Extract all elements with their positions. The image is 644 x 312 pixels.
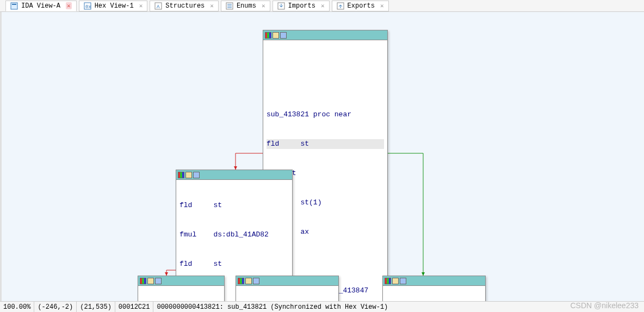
status-coord1: (-246,-2) [34, 302, 77, 312]
tab-icon [277, 2, 285, 10]
graph-canvas[interactable]: sub_413821 proc near fld st frndint fcom… [0, 12, 644, 301]
node-color-icon [385, 278, 391, 284]
tab-structures[interactable]: A Structures ✕ [150, 1, 219, 11]
watermark: CSDN @nikelee233 [571, 301, 639, 310]
node-color-icon [178, 172, 184, 178]
svg-text:A: A [157, 4, 160, 10]
svg-text:0x: 0x [85, 4, 91, 10]
node-collapse-icon [155, 278, 162, 284]
tab-label: Imports [288, 2, 315, 10]
asm-line: fld st [179, 201, 289, 210]
status-coord2: (21,535) [77, 302, 115, 312]
node-collapse-icon [280, 32, 287, 39]
asm-line: fld st [267, 139, 384, 149]
status-address: 0000000000413821: sub_413821 (Synchroniz… [153, 302, 391, 312]
status-zoom: 100.00% [0, 302, 34, 312]
tab-icon: A [154, 2, 162, 10]
close-icon[interactable]: ✕ [262, 2, 265, 9]
tab-bar: IDA View-A ✕ 0x Hex View-1 ✕ A Structure… [0, 0, 644, 12]
tab-label: IDA View-A [21, 2, 60, 10]
close-icon[interactable]: ✕ [210, 2, 214, 9]
node-group-icon [392, 278, 399, 284]
tab-icon [226, 2, 233, 10]
node-group-icon [147, 278, 154, 284]
close-icon[interactable]: ✕ [66, 2, 72, 9]
asm-line: fmul ds:dbl_41AD82 [179, 230, 289, 240]
node-group-icon [185, 172, 192, 178]
tab-ida-view-a[interactable]: IDA View-A ✕ [5, 1, 77, 11]
tab-icon [337, 2, 344, 10]
tab-exports[interactable]: Exports ✕ [332, 1, 389, 11]
status-bar: 100.00% (-246,-2) (21,535) 00012C21 0000… [0, 301, 644, 312]
node-group-icon [245, 278, 252, 284]
node-collapse-icon [400, 278, 406, 284]
tab-enums[interactable]: Enums ✕ [221, 1, 270, 11]
tab-imports[interactable]: Imports ✕ [273, 1, 330, 11]
node-header [138, 276, 224, 286]
tab-label: Structures [165, 2, 205, 10]
node-collapse-icon [193, 172, 200, 178]
node-collapse-icon [253, 278, 259, 284]
tab-label: Exports [348, 2, 375, 10]
node-color-icon [238, 278, 244, 284]
tab-icon [10, 2, 18, 10]
tab-label: Hex View-1 [95, 2, 134, 10]
tab-icon: 0x [84, 2, 91, 10]
close-icon[interactable]: ✕ [380, 2, 384, 9]
node-group-icon [273, 32, 279, 39]
node-header [176, 170, 292, 180]
svg-rect-0 [11, 3, 17, 9]
node-header [263, 30, 387, 40]
proc-line: sub_413821 proc near [267, 110, 384, 120]
close-icon[interactable]: ✕ [139, 2, 143, 9]
node-color-icon [265, 32, 271, 39]
status-offset: 00012C21 [115, 302, 154, 312]
asm-line: fld st [179, 259, 289, 269]
tab-label: Enums [237, 2, 256, 10]
svg-rect-1 [12, 4, 16, 5]
node-header [236, 276, 338, 286]
close-icon[interactable]: ✕ [321, 2, 325, 9]
tab-hex-view-1[interactable]: 0x Hex View-1 ✕ [79, 1, 148, 11]
node-header [383, 276, 485, 286]
node-color-icon [140, 278, 146, 284]
